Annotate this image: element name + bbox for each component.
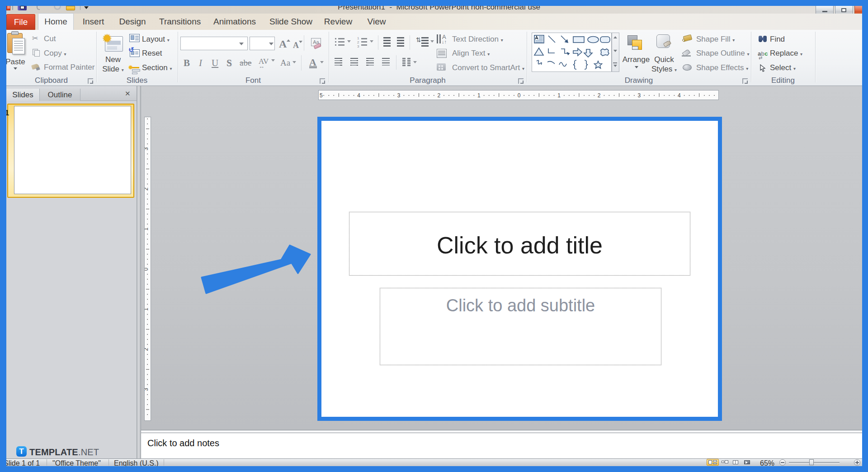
svg-text:2: 2 <box>598 92 601 99</box>
svg-text:2: 2 <box>145 187 149 191</box>
svg-text:0: 0 <box>518 92 521 99</box>
svg-text:0: 0 <box>145 267 149 271</box>
svg-text:3: 3 <box>397 92 401 99</box>
svg-text:2: 2 <box>145 348 149 351</box>
svg-text:3: 3 <box>145 147 149 150</box>
svg-text:3: 3 <box>145 388 149 391</box>
svg-text:1: 1 <box>145 308 149 311</box>
svg-text:1: 1 <box>557 92 561 99</box>
svg-text:1: 1 <box>477 92 481 99</box>
svg-text:3: 3 <box>637 92 641 99</box>
svg-text:4: 4 <box>678 92 681 99</box>
svg-text:5: 5 <box>320 92 323 99</box>
svg-text:4: 4 <box>357 92 360 99</box>
svg-text:2: 2 <box>437 92 440 99</box>
svg-text:1: 1 <box>145 228 149 231</box>
